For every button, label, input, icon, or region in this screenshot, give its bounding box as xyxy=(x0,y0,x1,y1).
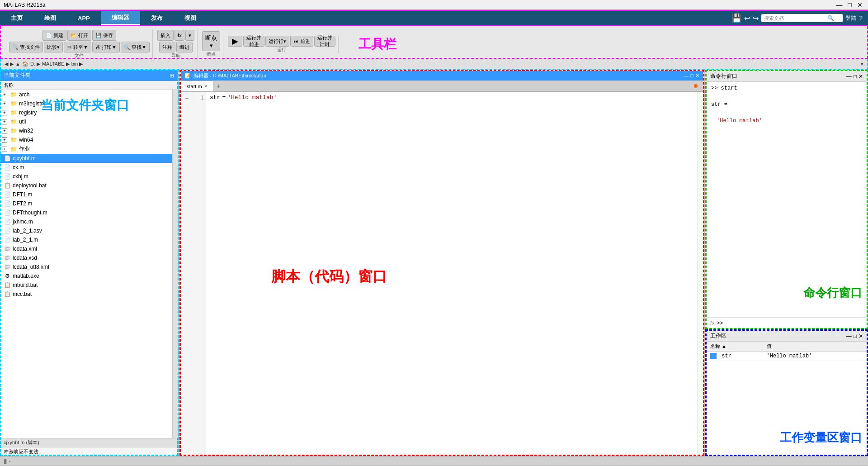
editor-maximize-icon[interactable]: □ xyxy=(690,73,693,79)
close-button[interactable]: ✕ xyxy=(855,1,864,9)
run-button[interactable]: ▶ xyxy=(228,36,242,47)
list-item[interactable]: +📁m3iregistry xyxy=(0,99,178,108)
toolbar-run-group: ▶ 运行并前进 运行行▾ ⏭ 前进 运行并计时 运行 xyxy=(225,36,338,53)
list-item[interactable]: +📁registry xyxy=(0,108,178,117)
menu-plot[interactable]: 绘图 xyxy=(33,11,67,25)
list-item[interactable]: +📁arch xyxy=(0,90,178,99)
list-item[interactable]: 📋mcc.bat xyxy=(0,290,178,299)
file-scrollbar[interactable] xyxy=(172,89,178,438)
list-item[interactable]: 📄DFT1.m xyxy=(0,190,178,199)
tab-add-button[interactable]: + xyxy=(213,81,224,91)
find-file-button[interactable]: 🔍 查找文件 xyxy=(9,42,43,52)
list-item[interactable]: 📄lab_2_1.m xyxy=(0,235,178,244)
workspace-header: 工作区 — □ ✕ xyxy=(707,331,867,342)
list-item[interactable]: 📄lab_2_1.asv xyxy=(0,226,178,235)
find-button[interactable]: 🔍 查找▼ xyxy=(121,42,150,52)
menu-home[interactable]: 主页 xyxy=(0,11,33,25)
ws-value-column[interactable]: 值 xyxy=(763,342,867,352)
tab-start-label: start.m xyxy=(187,84,202,89)
cmd-maximize[interactable]: □ xyxy=(854,73,857,80)
search-icon[interactable]: 🔍 xyxy=(827,15,834,21)
save-icon[interactable]: 💾 xyxy=(731,13,741,23)
indent-button[interactable]: 编进 xyxy=(176,42,193,52)
list-item[interactable]: 📋deploytool.bat xyxy=(0,181,178,190)
file-xsd-icon: 📰 xyxy=(4,254,11,262)
breadcrumb-part-bin[interactable]: bin ▶ xyxy=(71,61,83,67)
advance-button[interactable]: ⏭ 前进 xyxy=(290,36,313,47)
compare-button[interactable]: 比较▾ xyxy=(44,42,63,52)
command-input[interactable] xyxy=(725,320,863,326)
help-icon[interactable]: ? xyxy=(859,14,863,22)
list-item[interactable]: 📄cx.m xyxy=(0,163,178,172)
up-icon[interactable]: ▲ xyxy=(15,61,20,67)
list-item[interactable]: +📁win64 xyxy=(0,135,178,144)
comment-button[interactable]: 注释 xyxy=(159,42,175,52)
breakpoint-button[interactable]: 断点▾ xyxy=(202,31,220,51)
ws-var-name: str xyxy=(722,353,731,359)
redo-icon[interactable]: ↪ xyxy=(753,14,759,23)
editor-minimize-icon[interactable]: — xyxy=(684,73,689,79)
cmd-close[interactable]: ✕ xyxy=(859,73,863,80)
list-item[interactable]: 📰lcdata.xml xyxy=(0,244,178,253)
menu-bar: 主页 绘图 APP 编辑器 发布 视图 💾 ↩ ↪ 🔍 登陆 ? xyxy=(0,10,868,26)
breadcrumb-expand[interactable]: ▾ xyxy=(861,61,863,67)
menu-app[interactable]: APP xyxy=(67,11,101,25)
breadcrumb-part-d[interactable]: D: ▶ xyxy=(30,61,40,67)
list-item[interactable]: +📁作业 xyxy=(0,144,178,154)
maximize-button[interactable]: □ xyxy=(846,1,854,9)
file-item-label: cx.m xyxy=(13,164,24,171)
editor-code-area[interactable]: str = 'Hello matlab' xyxy=(206,92,698,455)
tab-start-close[interactable]: ✕ xyxy=(204,84,208,89)
list-item[interactable]: ⚙matlab.exe xyxy=(0,271,178,281)
ws-name-column[interactable]: 名称 ▲ xyxy=(707,342,763,352)
list-item[interactable]: 📄DFT2.m xyxy=(0,199,178,208)
login-button[interactable]: 登陆 xyxy=(845,14,856,22)
cmd-minimize[interactable]: — xyxy=(846,73,852,80)
insert-button[interactable]: 插入 xyxy=(157,30,174,41)
list-item[interactable]: 📄cjxybbf.m xyxy=(0,154,178,163)
run-advance-button[interactable]: 运行并前进 xyxy=(243,36,264,47)
save-btn[interactable]: 💾 保存 xyxy=(92,30,116,41)
breadcrumb-part-maltabe[interactable]: MALTABE ▶ xyxy=(42,61,70,67)
ws-row-value: 'Hello matlab' xyxy=(763,352,867,361)
ws-close[interactable]: ✕ xyxy=(859,333,863,339)
menu-view[interactable]: 视图 xyxy=(174,11,207,25)
code-line-1[interactable]: str = 'Hello matlab' xyxy=(210,94,694,102)
tab-start-m[interactable]: start.m ✕ xyxy=(181,81,213,91)
back-icon[interactable]: ◀ xyxy=(5,61,8,67)
workspace-annotation: 工作变量区窗口 xyxy=(780,430,862,446)
search-input[interactable] xyxy=(764,15,827,21)
run-time-button[interactable]: 运行并计时 xyxy=(314,36,335,47)
workspace-data-table: 名称 ▲ 值 str 'Hello matlab' xyxy=(707,342,867,361)
editor-close-icon[interactable]: ✕ xyxy=(695,73,699,79)
goto-button[interactable]: ⇒ 转至▼ xyxy=(64,42,91,52)
print-button[interactable]: 🖨 打印▼ xyxy=(92,42,120,52)
home-icon[interactable]: 🏠 xyxy=(22,61,28,67)
undo-icon[interactable]: ↩ xyxy=(744,14,750,23)
file-status-text: cjxybbf.m (脚本) xyxy=(4,440,39,445)
file-item-label: lab_2_1.m xyxy=(13,237,38,243)
list-item[interactable]: 📄jxhmc.m xyxy=(0,217,178,226)
list-item[interactable]: +📁util xyxy=(0,117,178,126)
open-button[interactable]: 📂 打开 xyxy=(67,30,91,41)
minimize-button[interactable]: — xyxy=(835,1,844,9)
ws-maximize[interactable]: □ xyxy=(854,333,857,339)
fx-button[interactable]: fx xyxy=(175,30,185,41)
menu-publish[interactable]: 发布 xyxy=(140,11,174,25)
ws-minimize[interactable]: — xyxy=(846,333,852,339)
list-item[interactable]: 📰lcdata.xsd xyxy=(0,253,178,262)
list-item[interactable]: 📄cxbj.m xyxy=(0,172,178,181)
list-item[interactable]: 📰lcdata_utf8.xml xyxy=(0,262,178,271)
list-item[interactable]: +📁win32 xyxy=(0,126,178,135)
dropdown-button[interactable]: ▾ xyxy=(185,30,194,41)
file-panel-expand[interactable]: ⊞ xyxy=(170,72,174,79)
list-item[interactable]: 📋mbuild.bat xyxy=(0,281,178,290)
forward-icon[interactable]: ▶ xyxy=(10,61,14,67)
cmd-line-blank1 xyxy=(711,93,862,100)
list-item[interactable]: 📄DFTthought.m xyxy=(0,208,178,217)
new-button[interactable]: 📄 新建 xyxy=(42,30,66,41)
menu-editor[interactable]: 编辑器 xyxy=(101,11,140,25)
run-section-button[interactable]: 运行行▾ xyxy=(265,36,289,47)
table-row[interactable]: str 'Hello matlab' xyxy=(707,352,867,361)
workspace-title: 工作区 xyxy=(710,332,726,340)
